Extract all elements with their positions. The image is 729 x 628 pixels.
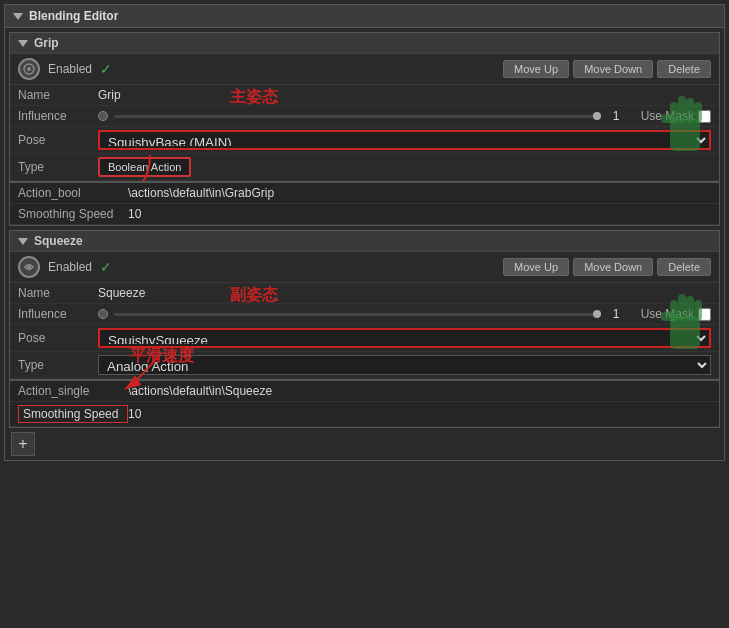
- squeeze-influence-value: 1: [613, 307, 633, 321]
- squeeze-rows: Name Squeeze 副姿态 Influence 1 Use Mask: [10, 283, 719, 379]
- grip-move-up-button[interactable]: Move Up: [503, 60, 569, 78]
- grip-type-select[interactable]: Boolean Action: [98, 157, 191, 177]
- squeeze-delete-button[interactable]: Delete: [657, 258, 711, 276]
- grip-buttons: Move Up Move Down Delete: [503, 60, 711, 78]
- grip-influence-row: Influence 1 Use Mask: [10, 106, 719, 127]
- grip-influence-value: 1: [613, 109, 633, 123]
- squeeze-pose-label: Pose: [18, 331, 98, 345]
- grip-pose-select[interactable]: SquishyBase (MAIN): [98, 130, 711, 150]
- squeeze-influence-label: Influence: [18, 307, 98, 321]
- grip-smoothing-row: Smoothing Speed 10: [10, 204, 719, 225]
- squeeze-enabled-label: Enabled: [48, 260, 92, 274]
- grip-move-down-button[interactable]: Move Down: [573, 60, 653, 78]
- grip-slider-thumb[interactable]: [593, 112, 601, 120]
- grip-section-header: Grip: [10, 33, 719, 54]
- squeeze-influence-row: Influence 1 Use Mask: [10, 304, 719, 325]
- grip-type-row: Type Boolean Action: [10, 154, 719, 181]
- svg-rect-4: [679, 97, 685, 122]
- squeeze-name-label: Name: [18, 286, 98, 300]
- grip-enabled-label: Enabled: [48, 62, 92, 76]
- add-button[interactable]: +: [11, 432, 35, 456]
- squeeze-smoothing-annotation: 平滑速度: [130, 346, 194, 367]
- grip-radio[interactable]: [98, 111, 108, 121]
- squeeze-smoothing-row: Smoothing Speed 10: [10, 402, 719, 427]
- grip-influence-label: Influence: [18, 109, 98, 123]
- squeeze-pose-row: Pose SquishySqueeze: [10, 325, 719, 352]
- squeeze-pose-select[interactable]: SquishySqueeze: [98, 328, 711, 348]
- squeeze-collapse-icon[interactable]: [18, 238, 28, 245]
- svg-point-9: [27, 265, 31, 269]
- grip-hand-icon: [659, 85, 711, 160]
- grip-enabled-row: Enabled ✓ Move Up Move Down Delete: [10, 54, 719, 85]
- grip-delete-button[interactable]: Delete: [657, 60, 711, 78]
- grip-name-row: Name Grip 主姿态: [10, 85, 719, 106]
- grip-smoothing-value: 10: [128, 207, 141, 221]
- grip-icon: [18, 58, 40, 80]
- svg-rect-2: [671, 120, 699, 150]
- squeeze-action-label: Action_single: [18, 384, 128, 398]
- grip-type-label: Type: [18, 160, 98, 174]
- squeeze-name-value: Squeeze: [98, 286, 145, 300]
- squeeze-slider-track[interactable]: [114, 313, 601, 316]
- squeeze-hand-icon: [659, 283, 711, 358]
- grip-name-label: Name: [18, 88, 98, 102]
- squeeze-annotation: 副姿态: [230, 285, 278, 306]
- svg-rect-15: [662, 313, 674, 320]
- grip-action-value: \actions\default\in\GrabGrip: [128, 186, 274, 200]
- svg-point-1: [27, 67, 31, 71]
- squeeze-type-row: Type Analog Action: [10, 352, 719, 379]
- squeeze-smoothing-value: 10: [128, 407, 141, 421]
- grip-slider-track[interactable]: [114, 115, 601, 118]
- squeeze-section-header: Squeeze: [10, 231, 719, 252]
- grip-influence-slider-container: 1: [98, 109, 633, 123]
- grip-pose-row: Pose SquishyBase (MAIN): [10, 127, 719, 154]
- squeeze-icon: [18, 256, 40, 278]
- squeeze-move-down-button[interactable]: Move Down: [573, 258, 653, 276]
- grip-smoothing-label: Smoothing Speed: [18, 207, 128, 221]
- squeeze-name-row: Name Squeeze 副姿态: [10, 283, 719, 304]
- grip-section: Grip Enabled ✓ Move Up Move Down Delete …: [9, 32, 720, 226]
- panel-title: Blending Editor: [29, 9, 118, 23]
- grip-collapse-icon[interactable]: [18, 40, 28, 47]
- grip-pose-label: Pose: [18, 133, 98, 147]
- squeeze-hand-container: [659, 283, 711, 361]
- svg-rect-13: [687, 297, 693, 320]
- grip-action-section: Action_bool \actions\default\in\GrabGrip…: [10, 181, 719, 225]
- svg-rect-5: [687, 99, 693, 122]
- squeeze-buttons: Move Up Move Down Delete: [503, 258, 711, 276]
- grip-hand-container: [659, 85, 711, 163]
- squeeze-enabled-check[interactable]: ✓: [100, 259, 112, 275]
- collapse-icon[interactable]: [13, 13, 23, 20]
- grip-rows: Name Grip 主姿态 Influence 1 Use Mask: [10, 85, 719, 181]
- squeeze-radio[interactable]: [98, 309, 108, 319]
- blending-editor-panel: Blending Editor Grip Enabled ✓ Move Up M…: [4, 4, 725, 461]
- squeeze-enabled-row: Enabled ✓ Move Up Move Down Delete: [10, 252, 719, 283]
- squeeze-influence-slider-container: 1: [98, 307, 633, 321]
- svg-rect-6: [695, 103, 701, 122]
- svg-rect-14: [695, 301, 701, 320]
- squeeze-type-label: Type: [18, 358, 98, 372]
- grip-annotation: 主姿态: [230, 87, 278, 108]
- squeeze-action-row: Action_single \actions\default\in\Squeez…: [10, 381, 719, 402]
- squeeze-slider-thumb[interactable]: [593, 310, 601, 318]
- panel-header: Blending Editor: [5, 5, 724, 28]
- grip-title: Grip: [34, 36, 59, 50]
- squeeze-move-up-button[interactable]: Move Up: [503, 258, 569, 276]
- grip-enabled-check[interactable]: ✓: [100, 61, 112, 77]
- svg-rect-10: [671, 318, 699, 348]
- squeeze-action-value: \actions\default\in\Squeeze: [128, 384, 272, 398]
- grip-action-row: Action_bool \actions\default\in\GrabGrip: [10, 183, 719, 204]
- svg-rect-12: [679, 295, 685, 320]
- svg-rect-7: [662, 115, 674, 122]
- squeeze-smoothing-label: Smoothing Speed: [18, 405, 128, 423]
- squeeze-action-section: 平滑速度 Action_single \actions\default\in\S…: [10, 379, 719, 427]
- squeeze-section: Squeeze Enabled ✓ Move Up Move Down Dele…: [9, 230, 720, 428]
- grip-name-value: Grip: [98, 88, 121, 102]
- squeeze-title: Squeeze: [34, 234, 83, 248]
- grip-action-label: Action_bool: [18, 186, 128, 200]
